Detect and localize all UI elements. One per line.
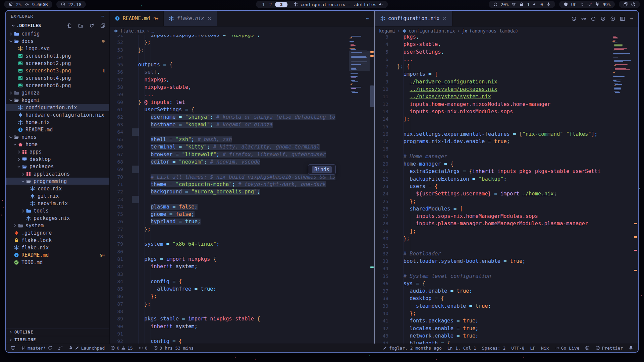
status-eol[interactable]: LF <box>530 346 535 351</box>
status-git-graph[interactable] <box>58 346 63 350</box>
chevron-down-icon-box[interactable] <box>8 98 14 103</box>
status-indentation[interactable]: Spaces: 2 <box>482 346 505 351</box>
compare-action-button[interactable] <box>581 15 586 22</box>
tree-item-desktop[interactable]: desktop <box>6 156 109 163</box>
code-editor-configuration[interactable]: 3 pkgs,4 pkgs-stable,5 userSettings,6 ..… <box>375 35 638 344</box>
tab-configuration.nix[interactable]: configuration.nix <box>375 11 452 26</box>
tree-item-screenshot2.png[interactable]: screenshot2.png <box>6 60 109 67</box>
chevron-down-icon-box[interactable] <box>8 135 14 139</box>
split-action-button[interactable] <box>620 15 625 22</box>
topbar-widget-right-2[interactable] <box>619 1 640 8</box>
status-problems[interactable]: 015 <box>110 346 132 351</box>
tree-item-home.nix[interactable]: home.nix <box>6 119 109 126</box>
status-cursor-position[interactable]: Ln 1, Col 1 <box>447 346 476 351</box>
minimap[interactable] <box>349 36 370 94</box>
chevron-right-icon-box[interactable] <box>12 224 18 228</box>
tree-item-docs[interactable]: docs <box>6 38 109 45</box>
breadcrumb-item[interactable]: configuration.nix <box>409 28 455 34</box>
tree-item-code.nix[interactable]: code.nix <box>6 185 109 192</box>
outline-section[interactable]: OUTLINE <box>6 328 109 336</box>
chevron-right-icon-box[interactable] <box>8 91 14 95</box>
tab-readme.md[interactable]: README.md9+ <box>110 11 164 26</box>
workspace-switcher[interactable]: 123 <box>260 2 287 7</box>
tree-item-packages[interactable]: packages <box>6 163 109 170</box>
chevron-right-icon-box[interactable] <box>16 157 22 162</box>
chevron-right-icon-box[interactable] <box>20 209 26 213</box>
tree-item-screenshot3.png[interactable]: screenshot3.pngU <box>6 67 109 74</box>
status-go-live[interactable]: Go Live <box>555 346 580 351</box>
tree-item-configuration.nix[interactable]: configuration.nix <box>6 104 109 111</box>
run-action-button[interactable] <box>610 15 615 22</box>
overview-ruler[interactable] <box>633 35 638 344</box>
code-editor-flake[interactable]: 51 inputs.nixpkgs.follows = "nixpkgs";52… <box>110 35 374 344</box>
tree-item-todo.md[interactable]: TODO.md <box>6 259 109 266</box>
refresh-button[interactable] <box>86 23 94 28</box>
status-prettier[interactable]: Prettier <box>595 346 623 351</box>
chevron-down-icon-box[interactable] <box>12 142 18 147</box>
workspace-and-title-pill[interactable]: 123 configuration.nix - .dotfiles <box>256 1 388 8</box>
tree-item-flake.nix[interactable]: flake.nix <box>6 244 109 251</box>
breadcrumb-item[interactable]: ƒx <box>462 28 467 34</box>
tree-item-hardware-configuration.nix[interactable]: hardware-configuration.nix <box>6 111 109 119</box>
topbar-widget-left-1[interactable]: 22:18 <box>56 1 86 8</box>
tree-item-nixos[interactable]: nixos <box>6 133 109 141</box>
timeline-section[interactable]: TIMELINE <box>6 336 109 344</box>
tree-item-logo.svg[interactable]: logo.svg <box>6 45 109 52</box>
new-folder-button[interactable] <box>75 23 83 28</box>
tree-item-packages.nix[interactable]: packages.nix <box>6 215 109 222</box>
close-tab-icon[interactable] <box>207 16 212 21</box>
chevron-down-icon-box[interactable] <box>16 165 22 169</box>
tree-item-screenshot6.png[interactable]: screenshot6.png <box>6 82 109 89</box>
tree-item-ginoza[interactable]: ginoza <box>6 89 109 97</box>
tree-item-tools[interactable]: tools <box>6 207 109 215</box>
tree-item-programming[interactable]: programming <box>6 178 109 185</box>
breadcrumb[interactable]: kogami›configuration.nix›ƒx(anonymous la… <box>375 26 638 35</box>
breadcrumb[interactable]: flake.nix›… <box>110 26 374 35</box>
topbar-widget-left-0[interactable]: 2%9.66GB <box>4 1 52 8</box>
tree-item-config[interactable]: config <box>6 30 109 38</box>
chevron-right-icon-box[interactable] <box>20 172 26 176</box>
status-notifications[interactable] <box>629 346 633 350</box>
workspace-3[interactable]: 3 <box>275 2 288 7</box>
status-git-branch[interactable]: master* <box>21 346 52 351</box>
circr-action-button[interactable] <box>600 15 606 22</box>
minimap[interactable] <box>612 36 633 94</box>
chevron-down-icon-box[interactable] <box>8 39 14 44</box>
topbar-widget-right-1[interactable]: UC99% <box>559 1 615 8</box>
tree-item-readme.md[interactable]: README.md9+ <box>6 251 109 259</box>
hist-action-button[interactable] <box>571 15 577 22</box>
breadcrumb-item[interactable]: (anonymous lambda) <box>469 28 518 34</box>
tree-item-apps[interactable]: apps <box>6 148 109 156</box>
explorer-more-actions[interactable]: ⋯ <box>101 13 105 19</box>
status-language-mode[interactable]: Nix <box>541 346 549 351</box>
tree-item-applications[interactable]: applications <box>6 170 109 178</box>
tree-item-home[interactable]: home <box>6 141 109 148</box>
tree-item-screenshot1.png[interactable]: screenshot1.png <box>6 52 109 60</box>
topbar-widget-right-0[interactable]: 20%10 <box>489 1 555 8</box>
status-git-blame[interactable]: foglar, 2 months ago <box>383 346 442 351</box>
close-tab-icon[interactable] <box>442 16 447 21</box>
chevron-down-icon-box[interactable] <box>20 179 26 184</box>
status-time-tracker[interactable]: 3 hrs 53 mins <box>153 346 194 351</box>
breadcrumb-item[interactable]: … <box>152 28 154 34</box>
workspace-2[interactable]: 2 <box>268 2 274 7</box>
tree-item-neovim.nix[interactable]: neovim.nix <box>6 200 109 207</box>
chevron-right-icon-box[interactable] <box>16 150 22 154</box>
collapse-button[interactable] <box>97 23 105 28</box>
tree-item-.gitignore[interactable]: .gitignore <box>6 229 109 237</box>
more-actions-button[interactable]: ⋯ <box>366 15 370 22</box>
breadcrumb-item[interactable]: flake.nix <box>120 28 145 34</box>
circ-action-button[interactable] <box>591 15 596 22</box>
workspace-root-row[interactable]: .DOTFILES <box>6 21 109 29</box>
status-remote-window[interactable] <box>11 346 15 350</box>
new-file-button[interactable] <box>64 23 72 28</box>
tab-flake.nix[interactable]: flake.nix <box>164 11 217 26</box>
chevron-right-icon-box[interactable] <box>8 32 14 36</box>
workspace-1[interactable]: 1 <box>260 2 266 7</box>
tree-item-flake.lock[interactable]: flake.lock <box>6 237 109 244</box>
status-github[interactable] <box>585 346 590 350</box>
tree-item-screenshot4.png[interactable]: screenshot4.png <box>6 74 109 82</box>
tree-item-kogami[interactable]: kogami <box>6 97 109 104</box>
more-actions-button[interactable]: ⋯ <box>630 15 633 22</box>
binds-popup[interactable]: Binds <box>308 164 336 175</box>
